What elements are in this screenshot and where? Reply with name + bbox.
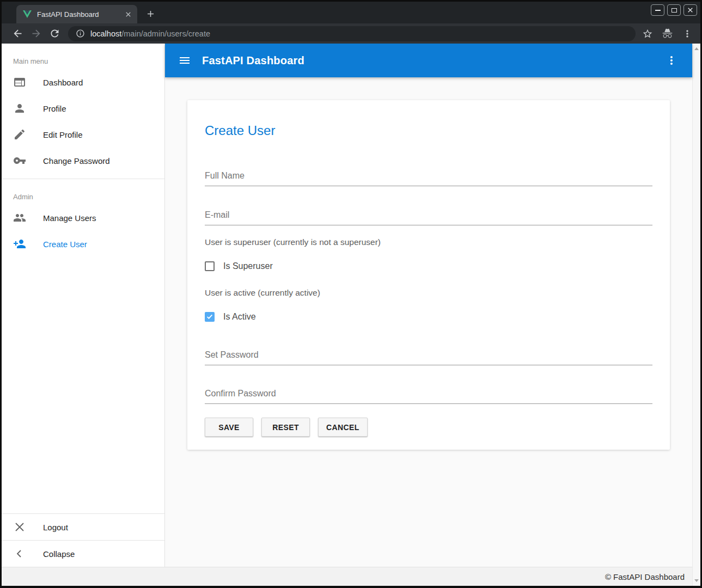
vertical-scrollbar[interactable] — [692, 44, 700, 586]
main-content: Create User User is superuser (currently… — [165, 77, 692, 567]
close-button[interactable] — [683, 4, 697, 16]
sidebar-item-manage-users[interactable]: Manage Users — [2, 205, 164, 231]
sidebar-item-collapse[interactable]: Collapse — [2, 540, 164, 567]
sidebar-item-label: Dashboard — [43, 78, 83, 87]
minimize-button[interactable] — [651, 4, 664, 16]
sidebar-item-label: Profile — [43, 104, 66, 113]
toolbar-actions — [642, 28, 693, 39]
window-controls — [651, 4, 697, 16]
url-path: /main/admin/users/create — [121, 29, 210, 38]
is-superuser-label: Is Superuser — [223, 261, 273, 271]
sidebar-item-label: Manage Users — [43, 213, 96, 223]
app-title: FastAPI Dashboard — [202, 54, 304, 67]
reload-icon[interactable] — [48, 27, 61, 40]
sidebar-section-admin: Admin — [2, 179, 164, 205]
browser-menu-icon[interactable] — [682, 28, 693, 39]
is-active-checkbox-row[interactable]: Is Active — [205, 311, 652, 322]
back-icon[interactable] — [11, 27, 24, 40]
bookmark-star-icon[interactable] — [642, 28, 653, 39]
sidebar-item-dashboard[interactable]: Dashboard — [2, 69, 164, 95]
app-menu-kebab-icon[interactable] — [665, 54, 678, 67]
forward-icon[interactable] — [29, 27, 42, 40]
confirm-password-field-wrap — [205, 385, 652, 404]
reset-button[interactable]: RESET — [261, 418, 310, 437]
sidebar-item-create-user[interactable]: Create User — [2, 231, 164, 257]
sidebar-bottom: Logout Collapse — [2, 513, 164, 567]
app-footer: © FastAPI Dashboard — [2, 567, 692, 586]
people-icon — [13, 211, 26, 224]
sidebar-item-label: Edit Profile — [43, 130, 83, 139]
copyright-text: © FastAPI Dashboard — [605, 572, 685, 581]
hamburger-menu-icon[interactable] — [178, 54, 191, 67]
sidebar-item-edit-profile[interactable]: Edit Profile — [2, 121, 164, 148]
form-actions: SAVE RESET CANCEL — [205, 418, 652, 437]
tab-title: FastAPI Dashboard — [37, 10, 124, 19]
sidebar-item-label: Logout — [43, 523, 68, 532]
sidebar-item-label: Collapse — [43, 549, 75, 559]
incognito-icon — [662, 28, 673, 39]
tab-strip: FastAPI Dashboard — [2, 2, 700, 23]
is-active-checkbox[interactable] — [205, 312, 215, 322]
maximize-button[interactable] — [667, 4, 681, 16]
sidebar-item-label: Create User — [43, 240, 87, 249]
full-name-field-wrap — [205, 168, 652, 186]
full-name-input[interactable] — [205, 168, 652, 186]
scroll-down-arrow-icon[interactable] — [694, 579, 699, 582]
site-info-icon[interactable] — [76, 29, 85, 38]
sidebar-item-logout[interactable]: Logout — [2, 513, 164, 540]
set-password-input[interactable] — [205, 347, 652, 365]
is-active-label: Is Active — [223, 312, 256, 322]
browser-tab[interactable]: FastAPI Dashboard — [16, 5, 137, 23]
is-superuser-checkbox-row[interactable]: Is Superuser — [205, 261, 652, 271]
app-header: FastAPI Dashboard — [165, 44, 692, 77]
email-input[interactable] — [205, 207, 652, 225]
address-bar[interactable]: localhost/main/admin/users/create — [68, 26, 636, 41]
page-title: Create User — [205, 122, 652, 139]
sidebar-section-main-menu: Main menu — [2, 44, 164, 69]
person-add-icon — [13, 237, 26, 250]
confirm-password-input[interactable] — [205, 385, 652, 404]
save-button[interactable]: SAVE — [205, 418, 253, 437]
key-icon — [13, 154, 26, 167]
browser-toolbar: localhost/main/admin/users/create — [2, 23, 700, 44]
sidebar-item-label: Change Password — [43, 156, 110, 166]
chevron-left-icon — [13, 547, 26, 560]
is-superuser-checkbox[interactable] — [205, 261, 215, 271]
vue-logo-icon — [23, 10, 32, 19]
email-field-wrap — [205, 207, 652, 225]
sidebar: Main menu Dashboard Profile Edit Profile — [2, 44, 165, 567]
sidebar-item-change-password[interactable]: Change Password — [2, 148, 164, 174]
dashboard-icon — [13, 76, 26, 89]
tab-close-icon[interactable] — [124, 10, 133, 19]
person-icon — [13, 102, 26, 115]
active-note: User is active (currently active) — [205, 288, 652, 298]
browser-window: FastAPI Dashboard — [2, 2, 700, 586]
new-tab-button[interactable] — [144, 8, 156, 20]
url-host: localhost — [90, 29, 121, 38]
close-x-icon — [13, 520, 26, 534]
page-viewport: Main menu Dashboard Profile Edit Profile — [2, 44, 700, 586]
create-user-card: Create User User is superuser (currently… — [187, 100, 670, 450]
superuser-note: User is superuser (currently is not a su… — [205, 237, 652, 247]
set-password-field-wrap — [205, 347, 652, 365]
sidebar-item-profile[interactable]: Profile — [2, 95, 164, 121]
scroll-up-arrow-icon[interactable] — [694, 47, 699, 50]
cancel-button[interactable]: CANCEL — [318, 418, 368, 437]
pencil-icon — [13, 128, 26, 141]
